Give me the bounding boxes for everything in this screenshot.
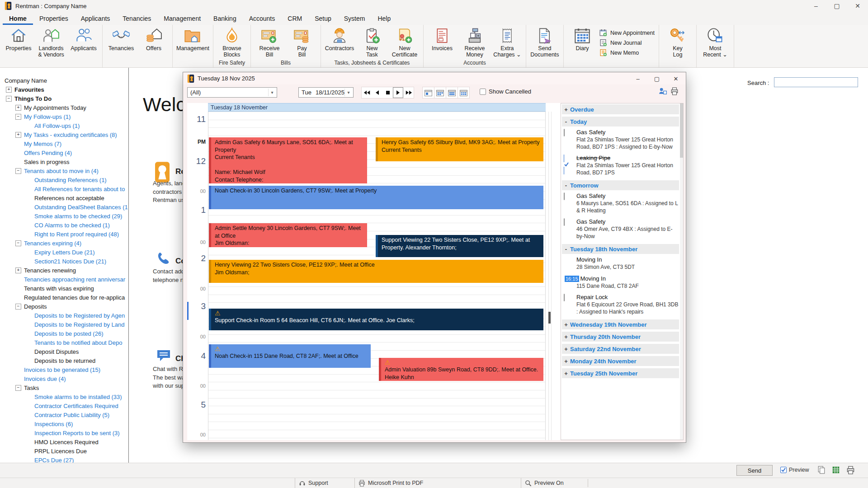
menu-item-properties[interactable]: Properties [33,13,75,25]
collapse-icon[interactable]: - [562,118,570,125]
step-backward-icon[interactable] [372,87,382,98]
menu-item-banking[interactable]: Banking [207,13,243,25]
menu-item-crm[interactable]: CRM [281,13,308,25]
sidebar-item[interactable]: Company Name [0,76,129,85]
sidebar-item[interactable]: −Things To Do [0,94,129,103]
date-picker[interactable]: Tue 18/11/2025 ▾ [298,87,354,98]
month-view-icon[interactable] [458,87,470,99]
ribbon-button-browse[interactable]: Browse Blocks [216,26,248,58]
sidebar-item[interactable]: −Tasks [0,383,129,392]
menu-item-system[interactable]: System [338,13,372,25]
preview-checkbox[interactable] [780,467,787,473]
ribbon-button-invoices[interactable]: Invoices [426,26,458,52]
calendar-event[interactable]: ⚠Noah Check-in 115 Dane Road, CT8 2AF;. … [209,344,371,368]
collapse-icon[interactable]: − [15,114,21,120]
dialog-maximize-icon[interactable]: ▢ [647,73,666,84]
ribbon-button-contractors[interactable]: Contractors [323,26,356,52]
sidebar-item[interactable]: PRPL Licences Due [0,446,129,455]
calendar-scrollbar-thumb[interactable] [548,312,551,324]
sidebar-item[interactable]: Right to Rent proof required (48) [0,230,129,239]
agenda-section-header[interactable]: -Tuesday 18th November [562,244,679,254]
agenda-item[interactable]: Repair LockFlat 6 Equicourt 22 Grove Roa… [562,294,679,315]
agenda-section-header[interactable]: -Tomorrow [562,180,679,190]
ribbon-button-receive[interactable]: Receive Money [458,26,491,58]
calendar-scrollbar[interactable] [548,112,552,440]
preview-toggle[interactable]: Preview [780,467,809,473]
sidebar-item[interactable]: Deposit Disputes [0,347,129,356]
sidebar-item[interactable]: Inspections (6) [0,419,129,428]
sidebar-item[interactable]: Contractor Certificates Required [0,401,129,410]
sidebar-item[interactable]: Smoke alarms to be installed (33) [0,392,129,401]
statusbar-item-support[interactable]: Support [295,478,358,488]
ribbon-button-extra[interactable]: Extra Charges ⌄ [491,26,524,58]
menu-item-home[interactable]: Home [3,13,33,25]
collapse-icon[interactable]: - [562,182,570,189]
agenda-section-header[interactable]: +Wednesday 19th November [562,319,679,329]
calendar-event[interactable]: Henry Gas Safety 65 Silbury Blvd, MK9 3A… [376,137,543,161]
agenda-item[interactable]: Leaking PipeFlat 2a Shimlas Tower 125 Gr… [562,155,679,176]
agenda-section-header[interactable]: +Monday 24th November [562,356,679,366]
agenda-section-header[interactable]: -Today [562,117,679,127]
expand-icon[interactable]: + [562,346,570,352]
calendar-event[interactable]: Noah Check-in 30 Lincoln Gardens, CT7 9S… [209,186,543,209]
menu-item-help[interactable]: Help [371,13,397,25]
expand-icon[interactable]: + [562,106,570,113]
expand-icon[interactable]: + [6,87,12,93]
sidebar-item[interactable]: Tenancies approaching rent anniversar [0,275,129,284]
sidebar-item[interactable]: +Tenancies renewing [0,266,129,275]
sidebar-item[interactable]: Deposits to be posted (26) [0,329,129,338]
sidebar-item[interactable]: −My Follow-ups (1) [0,112,129,121]
expand-icon[interactable]: + [562,358,570,365]
sidebar-item[interactable]: My Memos (7) [0,139,129,148]
menu-item-accounts[interactable]: Accounts [243,13,282,25]
ribbon-button-applicants[interactable]: Applicants [67,26,100,52]
calendar-event[interactable]: ⚠Support Check-in Room 5 64 Beacon Hill,… [209,309,543,330]
agenda-item[interactable]: Gas Safety6 Maurys Lane, SO51 6DA : Assi… [562,192,679,214]
ribbon-button-new-appointment[interactable]: New Appointment [599,29,655,37]
statusbar-item-preview-on[interactable]: Preview On [521,478,590,488]
expand-icon[interactable]: + [15,105,21,111]
ribbon-button-tenancies[interactable]: Tenancies [105,26,137,52]
ribbon-button-new[interactable]: New Certificate [388,26,421,58]
sidebar-item[interactable]: Sales in progress [0,157,129,166]
ribbon-button-send[interactable]: Send Documents [528,26,561,58]
collapse-icon[interactable]: − [6,96,12,102]
sidebar-item[interactable]: All References for tenants about to [0,184,129,193]
agenda-section-header[interactable]: +Tuesday 25th November [562,368,679,378]
sidebar-item[interactable]: Tenants to be notified about Depo [0,338,129,347]
agenda-item[interactable]: Gas SafetyFlat 2a Shimlas Tower 125 Grea… [562,129,679,150]
sidebar-item[interactable]: Regulated tenancies due for re-applica [0,293,129,302]
print-icon[interactable] [845,465,855,475]
sidebar-item[interactable]: CO Alarms to be checked (1) [0,221,129,230]
copy-document-icon[interactable] [816,465,826,475]
calendar-event[interactable]: Support Viewing 22 Two Sisters Close, PE… [376,235,543,257]
menu-item-tenancies[interactable]: Tenancies [116,13,157,25]
agenda-item[interactable]: 16:15Moving In115 Dane Road, CT8 2AF [562,275,679,290]
sidebar-item[interactable]: Outstanding DealSheet Balances (1 [0,202,129,211]
sidebar-item[interactable]: −Tenants about to move in (4) [0,166,129,175]
skip-backward-icon[interactable] [362,87,372,98]
dialog-minimize-icon[interactable]: – [628,73,647,84]
ribbon-button-management[interactable]: Management [175,26,211,52]
agenda-item[interactable]: Moving In28 Simon Ave, CT3 5DT [562,256,679,271]
agenda-section-header[interactable]: +Saturday 22nd November [562,344,679,354]
sidebar-item[interactable]: Expiry Letters Due (21) [0,248,129,257]
unchecked-checkbox[interactable] [564,192,565,200]
sidebar-item[interactable]: Section21 Notices Due (21) [0,257,129,266]
step-forward-icon[interactable] [393,87,403,98]
unchecked-checkbox[interactable] [564,129,565,136]
expand-icon[interactable]: + [15,267,21,273]
dialog-close-icon[interactable]: ✕ [666,73,685,84]
calendar-event[interactable]: Admin Gas Safety 6 Maurys Lane, SO51 6DA… [209,137,367,183]
statusbar-item-microsoft-print-to-pdf[interactable]: Microsoft Print to PDF [354,478,524,488]
calendar-event[interactable]: Henry Viewing 22 Two Sisters Close, PE12… [209,260,543,283]
collapse-icon[interactable]: − [15,304,21,310]
send-button[interactable]: Send [736,465,773,476]
sidebar-item[interactable]: Deposits to be Registered by Land [0,320,129,329]
unchecked-checkbox[interactable] [564,218,565,226]
collapse-icon[interactable]: − [15,385,21,391]
ribbon-button-properties[interactable]: Properties [2,26,35,52]
ribbon-button-pay[interactable]: Pay Bill [286,26,318,58]
export-spreadsheet-icon[interactable] [831,465,841,475]
calendar-filter-select[interactable]: (All) ▾ [187,87,277,98]
